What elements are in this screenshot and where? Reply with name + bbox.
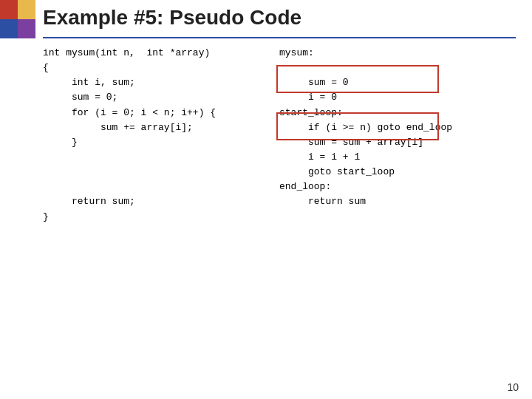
color-squares bbox=[0, 0, 35, 38]
sq-purple bbox=[18, 19, 35, 38]
code-area: int mysum(int n, int *array) { int i, su… bbox=[43, 46, 517, 377]
code-left: int mysum(int n, int *array) { int i, su… bbox=[43, 46, 257, 377]
c-code: int mysum(int n, int *array) { int i, su… bbox=[43, 46, 257, 225]
slide-title: Example #5: Pseudo Code bbox=[43, 6, 301, 30]
title-underline bbox=[43, 37, 516, 38]
page-number: 10 bbox=[507, 381, 519, 393]
sq-blue bbox=[0, 19, 18, 38]
sq-yellow bbox=[18, 0, 35, 19]
sq-red bbox=[0, 0, 18, 19]
slide: Example #5: Pseudo Code int mysum(int n,… bbox=[0, 0, 532, 399]
pseudo-code: mysum: sum = 0 i = 0 start_loop: if (i >… bbox=[279, 46, 517, 210]
code-right: mysum: sum = 0 i = 0 start_loop: if (i >… bbox=[279, 46, 517, 377]
